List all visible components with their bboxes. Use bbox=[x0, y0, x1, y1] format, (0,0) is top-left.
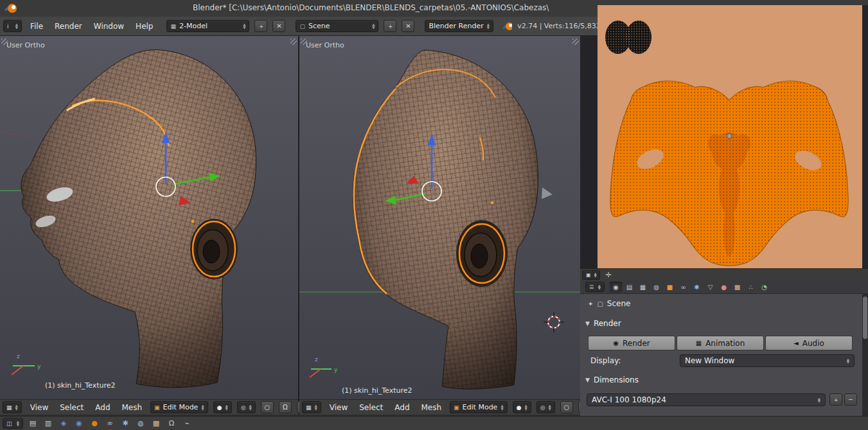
display-label: Display: bbox=[590, 356, 621, 365]
view-menu[interactable]: View bbox=[27, 402, 51, 413]
proportional-edit-icon[interactable]: ○ bbox=[261, 401, 274, 413]
chevron-updown-icon: ▲▼ bbox=[847, 358, 849, 364]
area-resize-handle[interactable] bbox=[572, 39, 579, 45]
render-engine-select[interactable]: Blender Render ▲▼ bbox=[425, 20, 493, 32]
render-tab-camera-icon[interactable]: ◉ bbox=[610, 282, 622, 293]
delete-scene-button[interactable]: ✕ bbox=[402, 20, 414, 32]
properties-scrollbar[interactable] bbox=[862, 294, 868, 416]
editor-type-select-properties[interactable]: ☰ ▲▼ bbox=[585, 282, 605, 292]
mesh-menu[interactable]: Mesh bbox=[418, 402, 445, 413]
proportional-edit-icon[interactable]: ○ bbox=[560, 401, 573, 413]
mode-select[interactable]: ▣ Edit Mode ▲▼ bbox=[450, 401, 508, 413]
editor-type-select-info[interactable]: i ▲▼ bbox=[3, 20, 22, 32]
head-mesh[interactable] bbox=[21, 49, 256, 387]
material-tab-icon[interactable]: ● bbox=[718, 282, 730, 293]
svg-text:y: y bbox=[334, 366, 338, 373]
add-preset-button[interactable]: ＋ bbox=[829, 393, 842, 406]
viewport-left-canvas[interactable]: y z bbox=[0, 36, 298, 399]
chevron-updown-icon: ▲▼ bbox=[549, 404, 551, 410]
plugin-icon[interactable]: ⌁ bbox=[181, 419, 193, 427]
render-button[interactable]: ◉ Render bbox=[588, 336, 675, 350]
viewport-left[interactable]: y z User Ortho (1) skin_hi_Texture2 bbox=[0, 36, 298, 399]
editor-type-select-bottom[interactable]: ◫ ▲▼ bbox=[3, 418, 23, 429]
area-divider[interactable] bbox=[298, 36, 299, 415]
world-icon[interactable]: ◍ bbox=[135, 419, 146, 427]
remove-preset-button[interactable]: − bbox=[844, 393, 857, 406]
object-data-tab-icon[interactable]: ▽ bbox=[704, 282, 716, 293]
select-menu[interactable]: Select bbox=[356, 402, 386, 413]
render-preset-value: AVC-I 100 1080p24 bbox=[592, 395, 666, 404]
layers-icon[interactable]: ▥ bbox=[42, 419, 54, 427]
particles-tab-icon[interactable]: ∴ bbox=[745, 282, 757, 293]
breadcrumb-scene[interactable]: Scene bbox=[607, 299, 631, 308]
uv-canvas[interactable] bbox=[598, 5, 862, 268]
constraints-tab-icon[interactable]: ∞ bbox=[677, 282, 689, 293]
menu-help[interactable]: Help bbox=[132, 21, 156, 32]
add-layout-button[interactable]: ＋ bbox=[254, 20, 267, 32]
clapper-icon: ▦ bbox=[696, 340, 702, 347]
menu-window[interactable]: Window bbox=[91, 21, 127, 32]
object-tab-icon[interactable]: ■ bbox=[664, 282, 676, 293]
world-tab-icon[interactable]: ◍ bbox=[650, 282, 662, 293]
chevron-updown-icon: ▲▼ bbox=[598, 284, 601, 290]
editor-type-select-3d[interactable]: ▦ ▲▼ bbox=[302, 401, 321, 413]
pivot-select[interactable]: ◎ ▲▼ bbox=[237, 401, 256, 413]
uv-scroll-strip[interactable] bbox=[862, 5, 868, 268]
wrench-icon[interactable]: ✱ bbox=[120, 419, 131, 427]
scrollbar-thumb[interactable] bbox=[863, 297, 867, 339]
mini-axis-gizmo: y z bbox=[310, 356, 338, 377]
uv-image-editor[interactable] bbox=[598, 5, 862, 268]
texture-tab-icon[interactable]: ▩ bbox=[731, 282, 743, 293]
scene-tab-icon[interactable]: ▦ bbox=[637, 282, 649, 293]
area-resize-handle[interactable] bbox=[1, 39, 8, 45]
viewport-right-canvas[interactable]: y z bbox=[299, 36, 580, 399]
menu-render[interactable]: Render bbox=[51, 21, 85, 32]
physics-tab-icon[interactable]: ◔ bbox=[758, 282, 770, 293]
blender-logo-icon bbox=[4, 3, 18, 14]
shading-select[interactable]: ● ▲▼ bbox=[513, 401, 531, 413]
chevron-updown-icon: ▲▼ bbox=[243, 23, 245, 29]
camera-icon: ◉ bbox=[613, 340, 619, 347]
menu-file[interactable]: File bbox=[27, 21, 46, 32]
pivot-select[interactable]: ◎ ▲▼ bbox=[536, 401, 555, 413]
render-preset-dropdown[interactable]: AVC-I 100 1080p24 ▲▼ bbox=[587, 393, 826, 406]
area-resize-handle[interactable] bbox=[301, 39, 307, 45]
add-menu[interactable]: Add bbox=[92, 402, 113, 413]
render-panel-header[interactable]: ▼ Render bbox=[585, 319, 621, 328]
nodes-icon[interactable]: ◈ bbox=[58, 419, 69, 427]
modifiers-wrench-icon[interactable]: ✱ bbox=[691, 282, 703, 293]
editor-type-select-image[interactable]: ▣ ▲▼ bbox=[582, 270, 600, 280]
texture-icon[interactable]: ▩ bbox=[150, 419, 162, 427]
view-orientation-label: User Ortho bbox=[306, 41, 344, 49]
screen-layout-selector[interactable]: ▦ 2-Model ▲▼ bbox=[166, 20, 249, 32]
link-icon[interactable]: ∞ bbox=[104, 419, 116, 427]
blender-logo-icon bbox=[502, 21, 512, 31]
mesh-menu[interactable]: Mesh bbox=[119, 402, 146, 413]
camera-icon[interactable]: ◉ bbox=[73, 419, 85, 427]
add-menu[interactable]: Add bbox=[391, 402, 412, 413]
tool-icon: ✦ bbox=[588, 300, 593, 307]
magnet-icon[interactable]: Ω bbox=[166, 419, 177, 427]
animation-button[interactable]: ▦ Animation bbox=[677, 336, 764, 350]
render-layers-tab-icon[interactable]: ▤ bbox=[623, 282, 635, 293]
dimensions-panel-header[interactable]: ▼ Dimensions bbox=[585, 375, 639, 384]
shading-select[interactable]: ● ▲▼ bbox=[213, 401, 232, 413]
head-mesh[interactable] bbox=[353, 50, 553, 389]
scene-selector[interactable]: ▢ Scene ▲▼ bbox=[296, 20, 378, 32]
chevron-updown-icon: ▲▼ bbox=[249, 404, 252, 410]
viewport-right[interactable]: y z User Ortho (1) skin_hi_Texture2 bbox=[299, 36, 580, 399]
select-menu[interactable]: Select bbox=[57, 402, 87, 413]
audio-button[interactable]: ◄ Audio bbox=[765, 336, 853, 350]
editor-type-select-3d[interactable]: ▦ ▲▼ bbox=[3, 401, 22, 413]
add-scene-button[interactable]: ＋ bbox=[384, 20, 396, 32]
snap-magnet-icon[interactable]: Ω bbox=[279, 401, 292, 413]
delete-layout-button[interactable]: ✕ bbox=[272, 20, 285, 32]
mode-select[interactable]: ▣ Edit Mode ▲▼ bbox=[150, 401, 208, 413]
material-icon[interactable]: ● bbox=[89, 419, 100, 427]
spreadsheet-icon[interactable]: ▤ bbox=[27, 419, 39, 427]
area-resize-handle[interactable] bbox=[290, 39, 297, 45]
pin-icon[interactable]: ✛ bbox=[603, 271, 614, 279]
viewport-left-header: ▦ ▲▼ View Select Add Mesh ▣ Edit Mode ▲▼… bbox=[0, 399, 298, 415]
view-menu[interactable]: View bbox=[326, 402, 351, 413]
display-mode-dropdown[interactable]: New Window ▲▼ bbox=[680, 354, 855, 367]
